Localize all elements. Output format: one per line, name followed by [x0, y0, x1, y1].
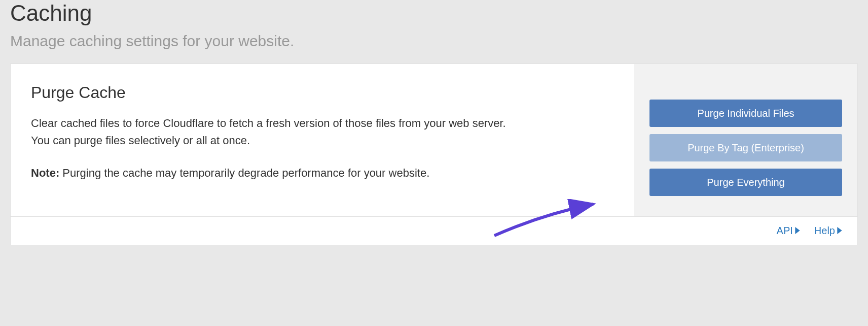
purge-cache-card: Purge Cache Clear cached files to force …	[10, 63, 858, 217]
purge-by-tag-button: Purge By Tag (Enterprise)	[649, 134, 842, 161]
card-footer: API Help	[10, 217, 858, 245]
card-content: Purge Cache Clear cached files to force …	[11, 64, 634, 216]
page-header: Caching Manage caching settings for your…	[0, 0, 868, 63]
api-link[interactable]: API	[777, 225, 800, 237]
card-description: Clear cached files to force Cloudflare t…	[31, 115, 523, 149]
card-heading: Purge Cache	[31, 83, 613, 102]
note-text: Purging the cache may temporarily degrad…	[59, 167, 429, 179]
help-link[interactable]: Help	[814, 225, 842, 237]
purge-individual-files-button[interactable]: Purge Individual Files	[649, 100, 842, 127]
note-label: Note:	[31, 167, 59, 179]
purge-everything-button[interactable]: Purge Everything	[649, 169, 842, 196]
caret-right-icon	[837, 227, 842, 234]
card-note: Note: Purging the cache may temporarily …	[31, 165, 613, 181]
card-actions: Purge Individual Files Purge By Tag (Ent…	[634, 64, 857, 216]
caret-right-icon	[795, 227, 800, 234]
page-subtitle: Manage caching settings for your website…	[10, 31, 858, 51]
api-link-label: API	[777, 225, 793, 237]
help-link-label: Help	[814, 225, 835, 237]
page-title: Caching	[10, 0, 858, 27]
